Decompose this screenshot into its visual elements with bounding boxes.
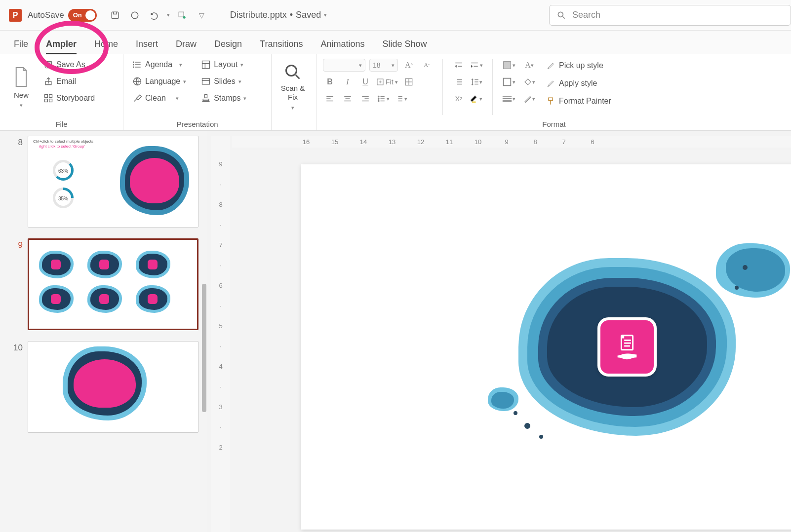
thumb-scrollbar[interactable] [202,284,206,412]
fit-button[interactable]: Fit▾ [376,75,398,89]
email-button[interactable]: Email [40,75,98,88]
storyboard-button[interactable]: Storyboard [40,92,98,105]
storyboard-icon [43,93,53,103]
apply-style-button[interactable]: Apply style [543,77,614,90]
agenda-button[interactable]: Agenda▾ [129,58,189,71]
brush-apply-icon [546,78,556,88]
ruler-horizontal: 161514131211109876 [232,136,791,148]
tab-insert[interactable]: Insert [136,39,158,54]
tab-animations[interactable]: Animations [321,39,365,54]
align-center-button[interactable] [341,92,355,106]
format-painter-button[interactable]: Format Painter [543,95,614,108]
tab-file[interactable]: File [14,39,28,54]
svg-rect-11 [45,99,48,102]
font-family-input[interactable]: ▾ [323,59,365,72]
svg-point-40 [378,96,379,97]
numbered-button[interactable]: ▾ [394,92,408,106]
svg-rect-23 [202,78,210,84]
save-icon[interactable] [108,8,122,23]
tab-home[interactable]: Home [94,39,118,54]
font-size-input[interactable]: 18▾ [369,59,398,72]
ribbon-group-scan: Scan & Fix ▾ [272,54,317,130]
spacing-button[interactable] [452,75,466,89]
search-input[interactable]: Search [549,5,791,26]
underline-button[interactable]: U [358,75,372,89]
align-right-button[interactable] [358,92,372,106]
refresh-icon[interactable] [127,8,142,23]
outline-color-button[interactable]: ▾ [522,92,536,106]
svg-point-41 [378,98,379,99]
ribbon-group-presentation: Agenda▾ Language▾ Clean▾ Layout▾ [123,54,272,130]
settings-icon[interactable] [175,8,190,23]
svg-line-26 [296,75,300,79]
slide-canvas[interactable] [301,164,791,530]
indent-spacing: ▾ ▾ X2 ▾ [452,57,483,117]
ruler-vertical: 9·8·7·6·5·4·3·2 [211,136,230,532]
line-spacing-button[interactable]: ▾ [470,75,483,89]
fill-color-button[interactable]: ▾ [522,75,536,89]
italic-button[interactable]: I [341,75,355,89]
layout-icon [201,60,211,70]
stamps-button[interactable]: Stamps▾ [198,92,249,105]
text-color: A▾ ▾ ▾ [522,57,536,117]
svg-rect-12 [49,99,52,102]
tab-ampler[interactable]: Ampler [46,39,77,54]
layout-button[interactable]: Layout▾ [198,58,249,71]
tab-design[interactable]: Design [214,39,242,54]
save-icon [43,60,53,70]
thumb-number: 8 [9,136,23,148]
align-left-button[interactable] [323,92,337,106]
svg-rect-10 [49,95,52,98]
grow-font-icon[interactable]: A^ [402,58,416,72]
powerpoint-icon: P [9,9,22,22]
shrink-font-icon[interactable]: Aˇ [420,58,434,72]
thumbnail-slide-9[interactable] [28,238,198,330]
scanfix-button[interactable]: Scan & Fix ▾ [277,57,308,117]
autosave-label: AutoSave [28,10,64,20]
tab-transitions[interactable]: Transitions [260,39,303,54]
slides-icon [201,76,211,86]
thumbnail-slide-10[interactable] [28,341,198,433]
filename[interactable]: Distribute.pptx • Saved ▾ [230,10,327,20]
undo-icon[interactable] [147,8,162,23]
svg-rect-0 [112,12,118,18]
undo-dropdown-icon[interactable]: ▾ [167,12,170,18]
blob-illustration [518,258,736,436]
shape-weight-button[interactable]: ▾ [502,92,515,106]
font-controls: ▾ 18▾ A^ Aˇ B I U Fit▾ ▾ ▾ [323,57,434,117]
superscript-button[interactable]: X2 [452,92,466,106]
saveas-button[interactable]: Save As [40,58,98,71]
main-area: 8 Ctrl+click to select multiple objects … [0,131,791,532]
search-icon [556,10,566,20]
language-button[interactable]: Language▾ [129,75,189,88]
pickup-style-button[interactable]: Pick up style [543,59,614,72]
search-placeholder: Search [572,10,600,20]
tab-draw[interactable]: Draw [176,39,197,54]
font-color-button[interactable]: A▾ [522,58,536,72]
svg-point-3 [183,16,185,18]
shape-outline-button[interactable]: ▾ [502,75,515,89]
table-button[interactable] [402,75,416,89]
svg-point-17 [133,64,134,65]
indent-left-icon[interactable] [452,58,466,72]
slide-canvas-area: 161514131211109876 9·8·7·6·5·4·3·2 [207,131,791,532]
thumbnail-slide-8[interactable]: Ctrl+click to select multiple objects ri… [28,136,198,228]
globe-icon [132,76,142,86]
bold-button[interactable]: B [323,75,337,89]
highlight-button[interactable]: ▾ [470,92,483,106]
svg-rect-2 [179,12,184,17]
slides-button[interactable]: Slides▾ [198,75,249,88]
shape-fill-button[interactable]: ▾ [502,58,515,72]
bullets-button[interactable]: ▾ [376,92,390,106]
indent-right-icon[interactable]: ▾ [470,58,483,72]
autosave-toggle[interactable]: On [68,9,97,22]
clean-button[interactable]: Clean▾ [129,92,189,105]
list-icon [132,60,142,70]
more-icon[interactable]: ▽ [195,8,209,23]
new-button[interactable]: New ▾ [6,57,37,117]
ribbon: New ▾ Save As Email Storyboard File [0,54,791,131]
tab-slideshow[interactable]: Slide Show [383,39,427,54]
style-painter: Pick up style Apply style Format Painter [543,57,614,117]
svg-rect-9 [45,95,48,98]
svg-point-1 [131,12,138,18]
